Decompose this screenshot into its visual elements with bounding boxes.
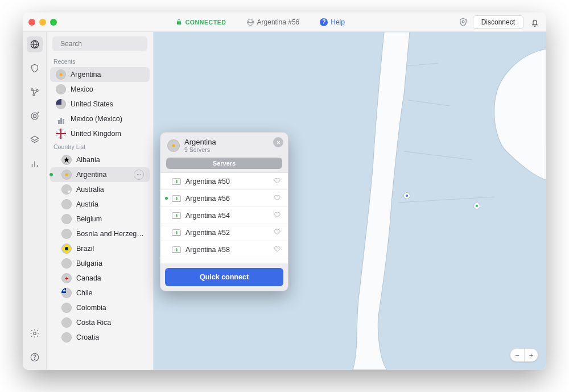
server-item[interactable]: Argentina #52 (160, 224, 288, 241)
quick-connect-button[interactable]: Quick connect (165, 268, 283, 286)
sidebar-item-label: Argentina (71, 71, 101, 79)
recents-item[interactable]: Mexico (Mexico) (50, 112, 150, 126)
country-item[interactable]: Bulgaria (50, 256, 150, 271)
zoom-window-icon[interactable] (50, 19, 57, 26)
sidebar-item-label: Austria (76, 200, 98, 208)
country-item[interactable]: Costa Rica (50, 315, 150, 330)
help-link[interactable]: ? Help (320, 18, 345, 26)
connection-status: CONNECTED (176, 19, 226, 26)
nav-settings-icon[interactable] (27, 325, 43, 341)
svg-point-7 (33, 332, 36, 335)
favorite-button[interactable] (273, 245, 281, 254)
svg-point-12 (138, 174, 139, 175)
popover-close-button[interactable] (273, 137, 283, 147)
favorite-button[interactable] (273, 211, 281, 220)
server-item[interactable]: Argentina #50 (160, 173, 288, 190)
sidebar-item-label: Belgium (76, 215, 102, 223)
status-text: CONNECTED (185, 19, 226, 26)
svg-point-6 (33, 114, 36, 117)
zoom-in-button[interactable]: + (524, 349, 538, 361)
search-field[interactable] (52, 36, 147, 51)
svg-point-4 (32, 94, 34, 96)
server-item[interactable]: Argentina #58 (160, 241, 288, 258)
recents-label: Recents (47, 56, 153, 67)
heart-icon (273, 176, 281, 184)
server-item-label: Argentina #52 (185, 229, 230, 237)
search-input[interactable] (60, 40, 146, 48)
sidebar-item-label: Bosnia and Herzeg… (76, 230, 144, 238)
sidebar: Recents ArgentinaMexicoUnited StatesMexi… (47, 32, 154, 370)
server-item[interactable]: Argentina #55 (160, 258, 288, 263)
favorite-button[interactable] (273, 193, 281, 203)
heart-icon (273, 245, 281, 253)
titlebar-right: Disconnect (458, 15, 541, 29)
country-item[interactable]: Croatia (50, 330, 150, 345)
server-item[interactable]: Argentina #54 (160, 207, 288, 224)
nav-shield-icon[interactable] (27, 60, 43, 76)
window-controls (28, 19, 57, 26)
map-pin-argentina[interactable] (474, 203, 480, 209)
nav-countries-icon[interactable] (27, 36, 43, 52)
current-server: Argentina #56 (247, 18, 300, 26)
svg-point-3 (36, 89, 38, 91)
flag-icon (56, 99, 66, 109)
recents-item[interactable]: Argentina (50, 67, 150, 82)
popover-tab-servers[interactable]: Servers (166, 158, 282, 169)
country-item[interactable]: Albania (50, 152, 150, 167)
country-item[interactable]: Belgium (50, 212, 150, 226)
server-item-label: Argentina #58 (185, 246, 230, 254)
app-body: Recents ArgentinaMexicoUnited StatesMexi… (23, 32, 546, 370)
heart-icon (273, 228, 281, 236)
server-item[interactable]: Argentina #56 (160, 190, 288, 207)
map-pin-chile[interactable] (404, 193, 410, 199)
country-item[interactable]: Colombia (50, 300, 150, 315)
recents-item[interactable]: United States (50, 97, 150, 112)
sidebar-item-label: Australia (76, 185, 104, 193)
globe-icon (247, 19, 254, 26)
favorite-button[interactable] (273, 228, 281, 237)
flag-icon (61, 273, 72, 283)
country-item[interactable]: Australia (50, 182, 150, 197)
nav-mesh-icon[interactable] (27, 84, 43, 100)
country-item[interactable]: Bosnia and Herzeg… (50, 226, 150, 241)
nav-help-icon[interactable] (27, 349, 43, 365)
close-window-icon[interactable] (28, 19, 35, 26)
recents-item[interactable]: United Kingdom (50, 126, 150, 141)
sidebar-item-label: Colombia (76, 304, 106, 312)
more-options-button[interactable] (134, 170, 144, 180)
favorite-button[interactable] (273, 176, 281, 186)
threat-protection-icon[interactable] (458, 17, 468, 27)
notifications-icon[interactable] (530, 18, 539, 27)
svg-point-11 (137, 174, 138, 175)
load-icon (172, 263, 181, 264)
nav-target-icon[interactable] (27, 108, 43, 124)
heart-icon (273, 193, 281, 201)
nav-layers-icon[interactable] (27, 132, 43, 148)
country-item[interactable]: Austria (50, 197, 150, 212)
load-icon (172, 229, 181, 236)
sidebar-item-label: Mexico (Mexico) (71, 115, 122, 123)
minimize-window-icon[interactable] (39, 19, 46, 26)
server-popover: Argentina 9 Servers Servers Argentina #5… (160, 132, 288, 291)
server-list[interactable]: Argentina #50Argentina #56Argentina #54A… (160, 172, 288, 263)
popover-title: Argentina (184, 138, 216, 146)
country-item[interactable]: Chile (50, 286, 150, 300)
favorite-button[interactable] (273, 262, 281, 263)
flag-icon (61, 258, 72, 269)
sidebar-item-label: Chile (76, 289, 93, 297)
sidebar-item-label: Brazil (76, 245, 94, 253)
svg-point-9 (34, 359, 35, 360)
country-item[interactable]: Canada (50, 271, 150, 286)
disconnect-button[interactable]: Disconnect (473, 15, 523, 29)
load-icon (172, 195, 181, 202)
flag-icon (61, 229, 72, 239)
country-item[interactable]: Brazil (50, 241, 150, 256)
zoom-out-button[interactable]: − (510, 349, 524, 361)
sidebar-list[interactable]: Recents ArgentinaMexicoUnited StatesMexi… (47, 56, 153, 370)
flag-icon (61, 244, 72, 254)
country-item[interactable]: Argentina (50, 167, 150, 182)
flag-icon (56, 69, 66, 80)
recents-item[interactable]: Mexico (50, 82, 150, 97)
nav-stats-icon[interactable] (27, 156, 43, 172)
svg-point-0 (462, 20, 464, 23)
